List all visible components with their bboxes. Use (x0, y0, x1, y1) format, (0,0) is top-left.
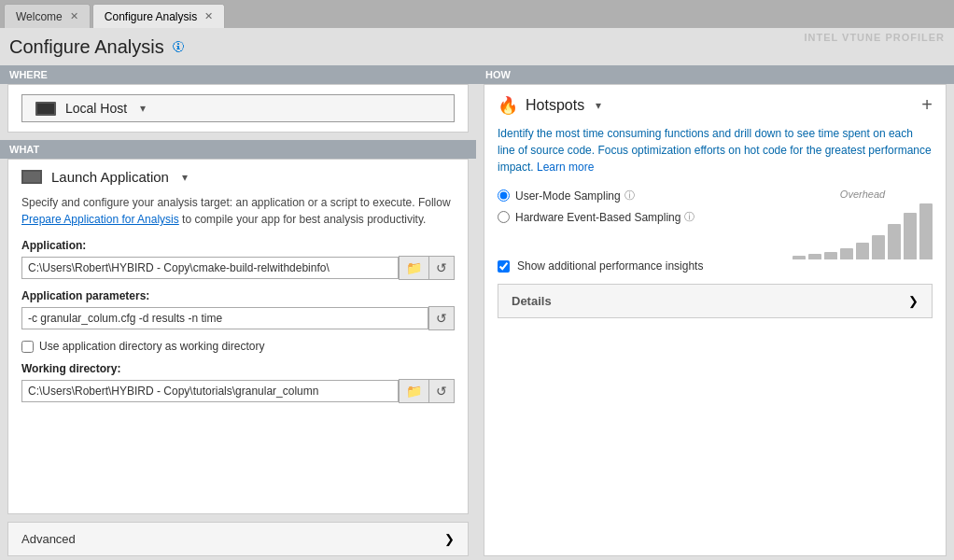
working-dir-browse-button[interactable]: 📁 (399, 379, 429, 403)
info-icon[interactable]: 🛈 (172, 39, 185, 54)
user-mode-sampling-row: User-Mode Sampling ⓘ (498, 189, 694, 203)
where-header: WHERE (0, 65, 476, 84)
details-arrow-icon: ❯ (908, 294, 919, 308)
hardware-info-icon[interactable]: ⓘ (684, 210, 694, 224)
working-dir-label: Working directory: (21, 362, 455, 375)
local-host-dropdown-arrow[interactable]: ▾ (140, 102, 146, 115)
working-dir-reset-button[interactable]: ↺ (429, 379, 455, 403)
app-reset-button[interactable]: ↺ (429, 256, 455, 280)
desc-text: Specify and configure your analysis targ… (21, 196, 451, 209)
right-col: HOW 🔥 Hotspots ▾ + Identify the most tim… (476, 65, 954, 560)
what-header: WHAT (0, 140, 476, 159)
overhead-chart-area: Overhead (793, 189, 933, 259)
bar-3 (824, 252, 837, 259)
how-panel: 🔥 Hotspots ▾ + Identify the most time co… (484, 84, 947, 556)
monitor-icon (35, 102, 56, 116)
page-title: Configure Analysis (9, 36, 164, 58)
params-field-label: Application parameters: (21, 289, 455, 302)
bar-1 (793, 256, 806, 259)
bar-4 (840, 248, 853, 259)
show-insights-checkbox[interactable] (498, 260, 510, 273)
use-app-dir-checkbox[interactable] (21, 341, 34, 353)
details-label: Details (512, 294, 552, 308)
desc-end: to compile your app for best analysis pr… (179, 213, 427, 226)
main-area: Configure Analysis 🛈 INTEL VTUNE PROFILE… (0, 28, 954, 560)
params-input-row: ↺ (21, 306, 455, 330)
page-title-row: Configure Analysis 🛈 INTEL VTUNE PROFILE… (0, 28, 954, 65)
user-mode-info-icon[interactable]: ⓘ (624, 189, 635, 203)
bar-9 (919, 203, 933, 259)
overhead-bar-chart (793, 203, 933, 259)
left-col: WHERE Local Host ▾ WHAT Launch Applicati… (0, 65, 476, 560)
params-input[interactable] (21, 307, 428, 329)
app-input-row: 📁 ↺ (21, 256, 455, 280)
launch-app-dropdown-arrow[interactable]: ▾ (182, 171, 188, 184)
tab-configure-close[interactable]: ✕ (204, 10, 213, 22)
tab-welcome-label: Welcome (16, 10, 63, 23)
where-panel: Local Host ▾ (7, 84, 469, 133)
bar-5 (856, 243, 869, 259)
details-row[interactable]: Details ❯ (498, 284, 933, 318)
flame-icon: 🔥 (498, 95, 518, 116)
launch-app-button[interactable]: Launch Application ▾ (21, 169, 455, 185)
advanced-label: Advanced (21, 532, 76, 546)
advanced-row[interactable]: Advanced ❯ (7, 522, 469, 556)
working-dir-input[interactable] (21, 380, 399, 402)
hotspot-description: Identify the most time consuming functio… (498, 125, 933, 175)
hardware-sampling-radio[interactable] (498, 211, 510, 223)
params-reset-button[interactable]: ↺ (428, 306, 455, 330)
tab-configure[interactable]: Configure Analysis ✕ (92, 4, 225, 28)
what-description: Specify and configure your analysis targ… (21, 194, 455, 228)
prepare-app-link[interactable]: Prepare Application for Analysis (21, 213, 179, 226)
tab-welcome-close[interactable]: ✕ (70, 10, 78, 22)
bar-8 (904, 213, 917, 259)
how-header: HOW (476, 65, 954, 84)
local-host-button[interactable]: Local Host ▾ (21, 94, 455, 122)
working-dir-input-row: 📁 ↺ (21, 379, 455, 403)
app-field-label: Application: (21, 239, 455, 252)
hardware-sampling-row: Hardware Event-Based Sampling ⓘ (498, 210, 694, 224)
overhead-label: Overhead (840, 189, 885, 200)
use-app-dir-label: Use application directory as working dir… (39, 340, 264, 353)
advanced-arrow-icon: ❯ (444, 532, 455, 546)
learn-more-link[interactable]: Learn more (537, 161, 594, 174)
tab-configure-label: Configure Analysis (105, 10, 197, 23)
hotspots-row: 🔥 Hotspots ▾ + (498, 94, 933, 116)
show-insights-row: Show additional performance insights (498, 259, 933, 273)
app-browse-button[interactable]: 📁 (399, 256, 429, 280)
add-analysis-button[interactable]: + (921, 94, 933, 116)
bar-7 (888, 224, 901, 259)
local-host-label: Local Host (65, 101, 127, 116)
app-input[interactable] (21, 257, 399, 279)
hardware-sampling-label: Hardware Event-Based Sampling (515, 211, 680, 224)
show-insights-label: Show additional performance insights (517, 259, 703, 273)
launch-app-icon (21, 170, 42, 184)
sampling-radio-group: User-Mode Sampling ⓘ Hardware Event-Base… (498, 189, 694, 231)
bar-6 (872, 235, 885, 259)
user-mode-sampling-label: User-Mode Sampling (515, 189, 621, 203)
use-app-dir-row: Use application directory as working dir… (21, 340, 455, 353)
tab-welcome[interactable]: Welcome ✕ (4, 4, 91, 28)
user-mode-sampling-radio[interactable] (498, 189, 510, 202)
intel-brand: INTEL VTUNE PROFILER (804, 32, 945, 43)
hotspots-title: 🔥 Hotspots ▾ (498, 95, 601, 116)
hotspots-label: Hotspots (526, 97, 584, 114)
tab-bar: Welcome ✕ Configure Analysis ✕ (0, 0, 954, 28)
columns: WHERE Local Host ▾ WHAT Launch Applicati… (0, 65, 954, 560)
bar-2 (808, 254, 821, 259)
hotspots-dropdown-arrow[interactable]: ▾ (596, 99, 601, 112)
what-panel: Launch Application ▾ Specify and configu… (7, 159, 469, 514)
launch-app-label: Launch Application (51, 169, 169, 185)
